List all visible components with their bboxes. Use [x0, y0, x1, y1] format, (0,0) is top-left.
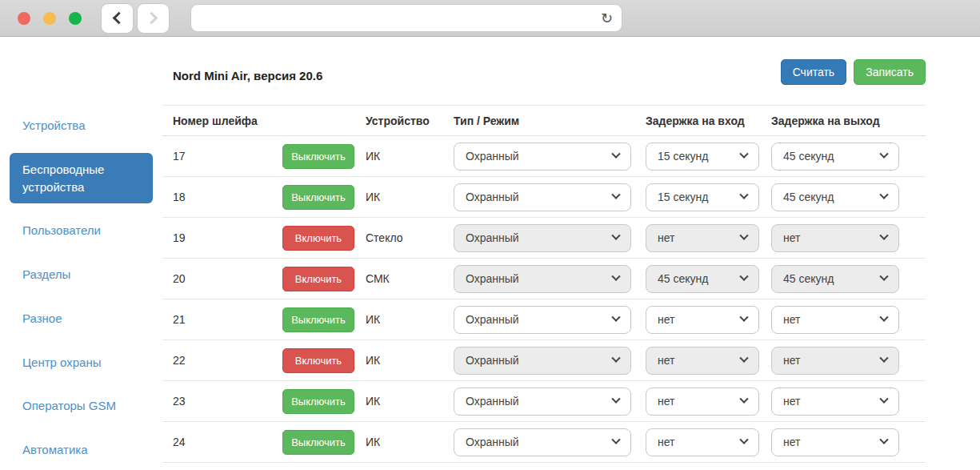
- toggle-loop-button[interactable]: Включить: [282, 348, 354, 373]
- select-value: нет: [783, 395, 800, 408]
- chevron-down-icon: [739, 436, 748, 444]
- write-button[interactable]: Записать: [854, 59, 926, 85]
- loop-number: 19: [173, 231, 282, 244]
- reload-icon[interactable]: ↻: [601, 9, 613, 26]
- select-value: нет: [783, 354, 800, 367]
- chevron-down-icon: [739, 313, 748, 322]
- entry-delay-select[interactable]: нет: [646, 428, 759, 456]
- select-value: нет: [783, 313, 800, 326]
- chevron-down-icon: [879, 231, 888, 240]
- entry-delay-select[interactable]: 45 секунд: [646, 265, 759, 293]
- select-value: 45 секунд: [783, 272, 834, 285]
- device-type: ИК: [366, 436, 454, 448]
- type-mode-select[interactable]: Охранный: [454, 143, 631, 171]
- minimize-button[interactable]: [43, 12, 56, 25]
- type-mode-select[interactable]: Охранный: [454, 224, 631, 252]
- back-icon: [113, 12, 126, 25]
- sidebar-item-misc[interactable]: Разное: [10, 302, 153, 335]
- type-mode-select[interactable]: Охранный: [454, 428, 631, 456]
- device-type: ИК: [366, 191, 454, 203]
- toggle-loop-button[interactable]: Выключить: [282, 430, 354, 455]
- select-value: Охранный: [466, 313, 519, 326]
- toggle-loop-button[interactable]: Выключить: [282, 307, 354, 332]
- select-value: 45 секунд: [658, 272, 708, 285]
- loop-number: 21: [173, 313, 282, 326]
- header-entry-delay: Задержка на вход: [646, 114, 771, 127]
- type-mode-select[interactable]: Охранный: [454, 306, 631, 334]
- sidebar-item-security-center[interactable]: Центр охраны: [10, 346, 153, 380]
- toggle-loop-button[interactable]: Выключить: [282, 389, 354, 414]
- sidebar-item-automation[interactable]: Автоматика: [10, 433, 153, 467]
- type-mode-select[interactable]: Охранный: [454, 183, 631, 211]
- select-value: нет: [783, 231, 800, 244]
- exit-delay-select[interactable]: 45 секунд: [771, 183, 899, 211]
- entry-delay-select[interactable]: нет: [646, 224, 759, 252]
- read-button[interactable]: Считать: [781, 59, 847, 85]
- device-type: ИК: [366, 150, 454, 163]
- device-type: ИК: [366, 313, 454, 326]
- table-row: 19 Включить Стекло Охранный нет нет: [162, 218, 926, 259]
- window-controls: [18, 12, 82, 25]
- main-content: Nord Mini Air, версия 20.6 Считать Запис…: [162, 37, 926, 470]
- loop-number: 22: [173, 354, 282, 367]
- table-row: 22 Включить ИК Охранный нет нет: [162, 340, 926, 381]
- select-value: 45 секунд: [783, 191, 834, 203]
- maximize-button[interactable]: [69, 12, 82, 25]
- chevron-down-icon: [879, 191, 888, 199]
- address-bar-input[interactable]: [190, 4, 622, 32]
- device-type: ИК: [366, 395, 454, 408]
- header-type-mode: Тип / Режим: [454, 114, 646, 127]
- exit-delay-select[interactable]: нет: [771, 388, 899, 416]
- browser-toolbar: ↻: [0, 0, 980, 37]
- device-type: ИК: [366, 354, 454, 367]
- header-device: Устройство: [366, 114, 454, 127]
- sidebar-item-devices[interactable]: Устройства: [10, 109, 153, 143]
- table-row: 20 Включить СМК Охранный 45 секунд 45 се…: [162, 259, 926, 299]
- entry-delay-select[interactable]: нет: [646, 347, 759, 375]
- exit-delay-select[interactable]: нет: [771, 428, 899, 456]
- sidebar-item-wireless-devices[interactable]: Беспроводные устройства: [10, 153, 153, 204]
- exit-delay-select[interactable]: 45 секунд: [771, 265, 899, 293]
- select-value: нет: [658, 395, 674, 408]
- exit-delay-select[interactable]: нет: [771, 306, 899, 334]
- entry-delay-select[interactable]: нет: [646, 306, 759, 334]
- select-value: Охранный: [466, 354, 519, 367]
- select-value: нет: [658, 231, 674, 244]
- select-value: нет: [658, 354, 674, 367]
- entry-delay-select[interactable]: 15 секунд: [646, 183, 759, 211]
- chevron-down-icon: [611, 231, 620, 240]
- toggle-loop-button[interactable]: Выключить: [282, 185, 354, 210]
- chevron-down-icon: [879, 150, 888, 159]
- device-type: Стекло: [366, 231, 454, 244]
- chevron-down-icon: [739, 191, 748, 199]
- sidebar-item-gsm-operators[interactable]: Операторы GSM: [10, 389, 153, 423]
- table-row: 18 Выключить ИК Охранный 15 секунд 45 се…: [162, 177, 926, 218]
- chevron-down-icon: [879, 354, 888, 363]
- exit-delay-select[interactable]: 45 секунд: [771, 143, 899, 171]
- sidebar-item-partitions[interactable]: Разделы: [10, 258, 153, 291]
- toggle-loop-button[interactable]: Выключить: [282, 144, 354, 169]
- entry-delay-select[interactable]: нет: [646, 388, 759, 416]
- loops-table: Номер шлейфа Устройство Тип / Режим Заде…: [162, 105, 926, 463]
- sidebar-item-users[interactable]: Пользователи: [10, 214, 153, 247]
- chevron-down-icon: [611, 313, 620, 322]
- type-mode-select[interactable]: Охранный: [454, 265, 631, 293]
- loop-number: 23: [173, 395, 282, 408]
- sidebar-nav: Устройства Беспроводные устройства Польз…: [0, 37, 162, 470]
- chevron-down-icon: [611, 354, 620, 363]
- select-value: нет: [658, 436, 674, 448]
- close-button[interactable]: [18, 12, 30, 25]
- exit-delay-select[interactable]: нет: [771, 224, 899, 252]
- chevron-down-icon: [879, 395, 888, 404]
- type-mode-select[interactable]: Охранный: [454, 347, 631, 375]
- forward-button[interactable]: [137, 3, 170, 34]
- back-button[interactable]: [101, 3, 134, 34]
- toggle-loop-button[interactable]: Включить: [282, 267, 354, 291]
- select-value: 15 секунд: [658, 191, 708, 203]
- entry-delay-select[interactable]: 15 секунд: [646, 143, 759, 171]
- select-value: 15 секунд: [658, 150, 708, 163]
- type-mode-select[interactable]: Охранный: [454, 388, 631, 416]
- select-value: нет: [783, 436, 800, 448]
- exit-delay-select[interactable]: нет: [771, 347, 899, 375]
- toggle-loop-button[interactable]: Включить: [282, 226, 354, 251]
